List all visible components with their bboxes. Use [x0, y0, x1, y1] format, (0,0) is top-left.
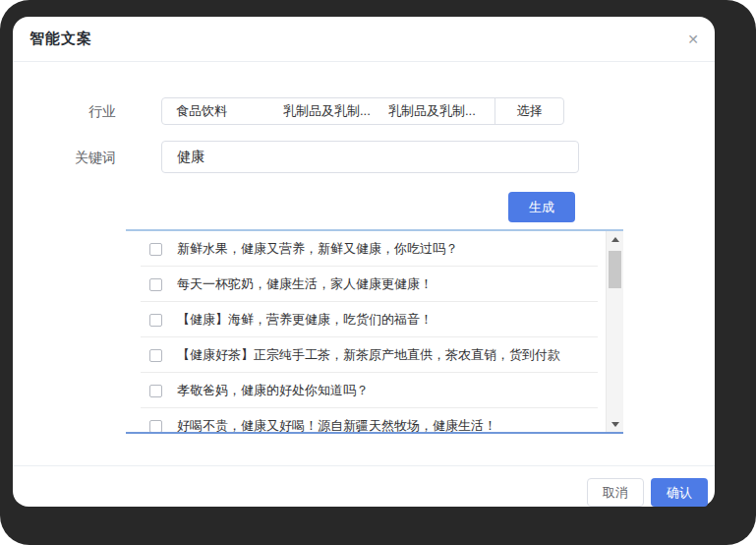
result-row[interactable]: 【健康好茶】正宗纯手工茶，新茶原产地直供，茶农直销，货到付款 — [126, 337, 606, 373]
cancel-button[interactable]: 取消 — [587, 478, 644, 507]
scroll-up-icon[interactable] — [607, 231, 623, 247]
industry-tag[interactable]: 食品饮料 — [162, 102, 269, 120]
generate-button[interactable]: 生成 — [508, 192, 575, 222]
dialog-title: 智能文案 — [29, 30, 92, 48]
keyword-label: 关键词 — [13, 150, 116, 167]
result-row[interactable]: 每天一杯驼奶，健康生活，家人健康更健康！ — [126, 267, 606, 302]
result-text: 【健康好茶】正宗纯手工茶，新茶原产地直供，茶农直销，货到付款 — [177, 346, 560, 364]
results-list: 新鲜水果，健康又营养，新鲜又健康，你吃过吗？ 每天一杯驼奶，健康生活，家人健康更… — [126, 231, 606, 432]
result-row[interactable]: 孝敬爸妈，健康的好处你知道吗？ — [126, 373, 606, 408]
smart-copy-dialog: 智能文案 ✕ 行业 食品饮料 乳制品及乳制... 乳制品及乳制... 选择 关键… — [13, 17, 715, 507]
result-text: 孝敬爸妈，健康的好处你知道吗？ — [177, 382, 369, 399]
keyword-input[interactable] — [161, 141, 579, 173]
result-checkbox[interactable] — [149, 278, 162, 291]
industry-select-button[interactable]: 选择 — [494, 98, 563, 124]
results-container: 新鲜水果，健康又营养，新鲜又健康，你吃过吗？ 每天一杯驼奶，健康生活，家人健康更… — [126, 229, 623, 434]
window-frame: 智能文案 ✕ 行业 食品饮料 乳制品及乳制... 乳制品及乳制... 选择 关键… — [0, 0, 756, 545]
header-divider — [13, 61, 715, 62]
result-text: 新鲜水果，健康又营养，新鲜又健康，你吃过吗？ — [177, 240, 458, 258]
result-checkbox[interactable] — [149, 314, 162, 327]
result-text: 【健康】海鲜，营养更健康，吃货们的福音！ — [177, 311, 433, 329]
scrollbar[interactable] — [606, 231, 623, 432]
result-row[interactable]: 新鲜水果，健康又营养，新鲜又健康，你吃过吗？ — [126, 231, 606, 267]
result-row[interactable]: 好喝不贵，健康又好喝！源自新疆天然牧场，健康生活！ — [126, 408, 606, 432]
result-checkbox[interactable] — [149, 420, 162, 433]
confirm-button[interactable]: 确认 — [651, 478, 708, 507]
result-checkbox[interactable] — [149, 243, 162, 256]
footer-divider — [13, 465, 715, 466]
industry-selector: 食品饮料 乳制品及乳制... 乳制品及乳制... 选择 — [161, 97, 564, 125]
result-checkbox[interactable] — [149, 349, 162, 362]
scrollbar-thumb[interactable] — [609, 251, 621, 288]
industry-tag[interactable]: 乳制品及乳制... — [269, 102, 375, 120]
result-text: 好喝不贵，健康又好喝！源自新疆天然牧场，健康生活！ — [177, 417, 496, 432]
result-text: 每天一杯驼奶，健康生活，家人健康更健康！ — [177, 275, 433, 293]
scroll-down-icon[interactable] — [607, 416, 623, 432]
industry-label: 行业 — [13, 103, 116, 121]
industry-tag[interactable]: 乳制品及乳制... — [375, 102, 494, 120]
close-icon[interactable]: ✕ — [683, 30, 703, 49]
result-checkbox[interactable] — [149, 385, 162, 397]
result-row[interactable]: 【健康】海鲜，营养更健康，吃货们的福音！ — [126, 302, 606, 337]
